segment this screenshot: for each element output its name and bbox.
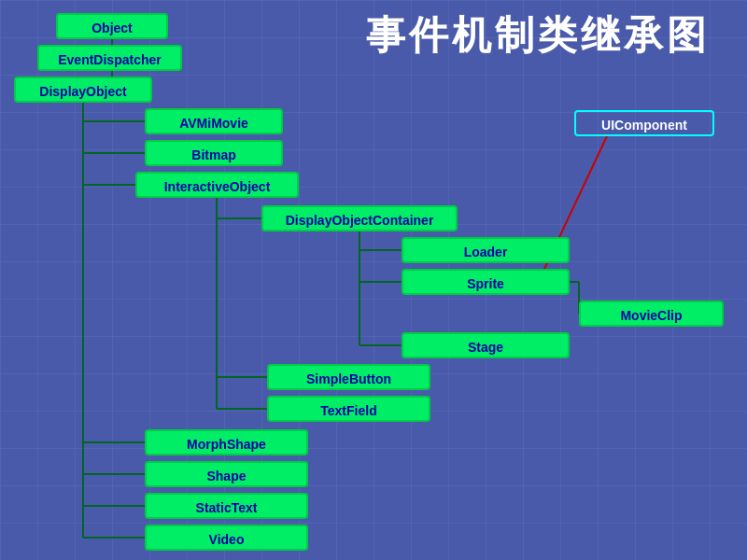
- node-simplebutton: SimpleButton: [267, 364, 430, 390]
- node-displayobject: DisplayObject: [14, 77, 152, 103]
- page-title: 事件机制类继承图: [366, 9, 710, 62]
- node-statictext: StaticText: [145, 493, 308, 519]
- node-stage: Stage: [402, 332, 570, 358]
- node-interactiveobject: InteractiveObject: [135, 172, 299, 198]
- node-bitmap: Bitmap: [145, 140, 283, 166]
- node-object: Object: [56, 13, 168, 39]
- node-loader: Loader: [402, 237, 570, 263]
- node-shape: Shape: [145, 461, 308, 487]
- node-movieclip: MovieClip: [579, 301, 724, 327]
- node-sprite: Sprite: [402, 269, 570, 295]
- node-morphshape: MorphShape: [145, 429, 308, 455]
- node-avmimovie: AVMiMovie: [145, 108, 283, 134]
- main-content: 事件机制类继承图 ObjectEventDispatcherDisplayObj…: [0, 0, 747, 560]
- node-textfield: TextField: [267, 396, 430, 422]
- node-eventdispatcher: EventDispatcher: [37, 45, 182, 71]
- node-uicomponent: UIComponent: [574, 110, 714, 136]
- node-video: Video: [145, 525, 308, 551]
- node-displayobjectcontainer: DisplayObjectContainer: [261, 205, 458, 231]
